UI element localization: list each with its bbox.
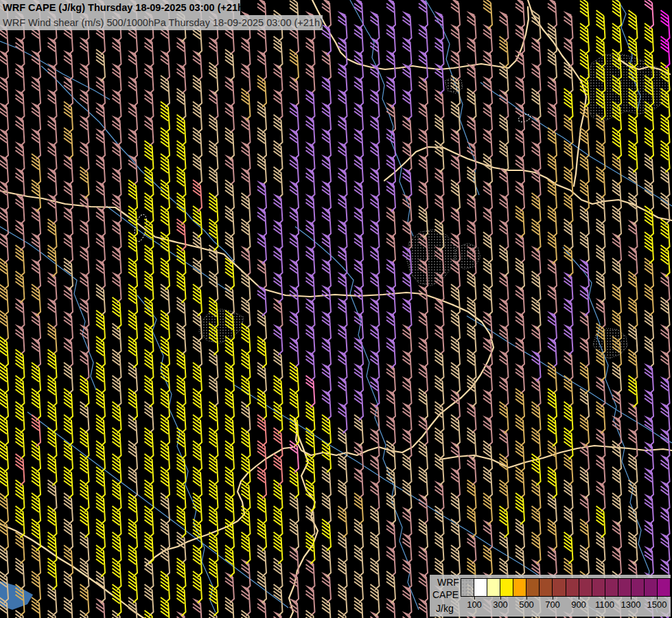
colorbar-cell [461,579,474,596]
colorbar-cell [487,579,500,596]
colorbar-cell [513,579,526,596]
country-border [294,305,494,455]
urban-area [406,229,456,286]
wind-barb-group [661,10,670,68]
cape-colorbar [461,578,671,597]
colorbar-tick-label: 500 [519,599,534,610]
colorbar-tick-label: 1100 [595,599,614,610]
colorbar-cell [540,579,553,596]
colorbar-cell [592,579,605,596]
colorbar-cell [474,579,487,596]
wind-barb-layer [0,0,670,618]
colorbar-cell [645,579,658,596]
colorbar-cell [526,579,540,596]
river [563,247,658,613]
colorbar-cell [605,579,618,596]
map-title-windshear: WRF Wind shear (m/s) 500/1000hPa Thursda… [0,15,323,30]
legend-model-label: WRF [437,577,459,588]
colorbar-tick-label: 100 [467,599,482,610]
colorbar-cell [632,579,645,596]
colorbar-cell [618,579,632,596]
country-border [384,147,672,220]
colorbar-tick-label: 700 [545,599,560,610]
colorbar-cell [579,579,592,596]
wind-barb-group [0,0,670,618]
colorbar-cell [658,579,670,596]
colorbar-cell [553,579,566,596]
legend-variable-label: CAPE [432,589,459,600]
map-title-cape: WRF CAPE (J/kg) Thursday 18-09-2025 03:0… [0,0,240,15]
weather-map-screenshot: WRF CAPE (J/kg) Thursday 18-09-2025 03:0… [0,0,672,618]
colorbar-tick-label: 300 [493,599,508,610]
urban-area [199,309,244,343]
map-canvas [0,0,672,618]
legend-panel: WRF CAPE J/kg 10030050070090011001300150… [430,575,671,617]
colorbar-cell [500,579,513,596]
colorbar-tick-label: 1500 [647,599,667,610]
colorbar-tick-label: 1300 [621,599,641,610]
colorbar-cell [566,579,579,596]
legend-unit-label: J/kg [436,603,454,614]
colorbar-tick-label: 900 [571,599,586,610]
